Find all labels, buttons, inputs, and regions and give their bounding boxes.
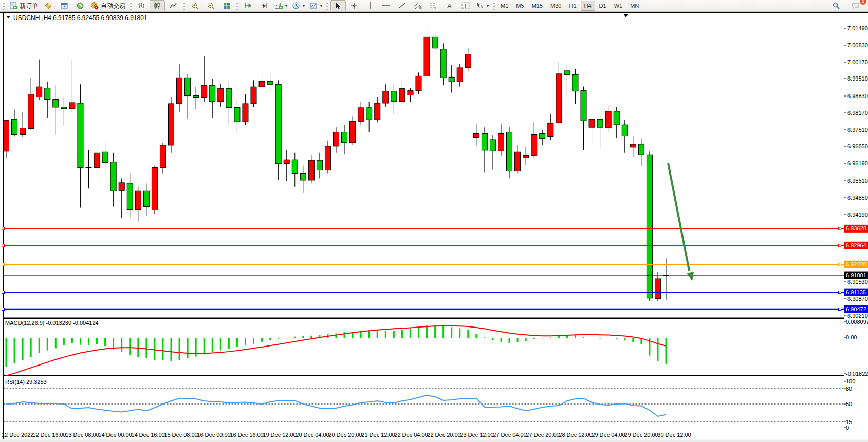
timeframe-w1[interactable]: W1: [611, 1, 626, 11]
timeframe-m15[interactable]: M15: [528, 1, 546, 11]
svg-text:A: A: [447, 2, 452, 10]
line-handle[interactable]: [839, 263, 841, 266]
new-order-icon: [9, 2, 17, 10]
time-axis-label: 20 Dec 04:00: [296, 432, 329, 438]
toolbar-grip[interactable]: [183, 2, 185, 10]
timeframe-m5[interactable]: M5: [512, 1, 527, 11]
macd-axis-label: -0.018229: [846, 371, 868, 377]
line-view-button[interactable]: [165, 0, 181, 11]
channel-icon: E: [413, 2, 422, 10]
cursor-button[interactable]: [330, 0, 346, 11]
mql5-community-button[interactable]: [72, 0, 88, 11]
svg-text:E: E: [419, 6, 422, 9]
autotrading-button[interactable]: 自动交易: [88, 0, 127, 11]
toolbar: 新订单 自动交易: [0, 0, 868, 12]
dropdown-caret: ▾: [320, 4, 322, 8]
timeframe-h4[interactable]: H4: [581, 1, 595, 11]
chart-shift-button[interactable]: [256, 0, 272, 11]
search-icon: [832, 2, 840, 10]
time-axis-label: 22 Dec 04:00: [394, 432, 428, 438]
toolbar-grip[interactable]: [236, 2, 238, 10]
notifications-button[interactable]: 1: [848, 0, 863, 11]
vertical-line-button[interactable]: [362, 0, 378, 11]
timeframe-m30[interactable]: M30: [547, 1, 565, 11]
periods-button[interactable]: ▾: [290, 0, 307, 11]
zoom-in-button[interactable]: [187, 0, 202, 11]
toolbar-grip[interactable]: [3, 2, 5, 10]
templates-icon: [309, 2, 318, 10]
price-axis-label: 6.90870: [847, 296, 868, 302]
time-axis-label: 21 Dec 12:00: [361, 432, 395, 438]
time-axis-label: 16 Dec 16:00: [230, 432, 263, 438]
time-axis-label: 27 Dec 20:00: [526, 432, 559, 438]
arrows-button[interactable]: ▾: [474, 0, 491, 11]
timeframe-h1[interactable]: H1: [565, 1, 580, 11]
line-handle[interactable]: [839, 308, 841, 311]
timeframe-m1[interactable]: M1: [497, 1, 512, 11]
price-axis-label: 6.91530: [847, 279, 868, 285]
metaeditor-button[interactable]: [41, 0, 56, 11]
price-axis-label: 7.00830: [847, 42, 868, 48]
indicators-button[interactable]: ▾: [272, 0, 289, 11]
new-order-label: 新订单: [20, 2, 38, 10]
time-axis-label: 16 Dec 00:00: [197, 432, 230, 438]
line-handle[interactable]: [2, 308, 5, 311]
status-strip: [0, 440, 868, 442]
price-axis-label: 6.90210: [847, 313, 868, 319]
horizontal-line-icon: [381, 2, 391, 10]
svg-text:T: T: [464, 3, 467, 9]
bars-view-button[interactable]: [134, 0, 149, 11]
time-axis-label: 14 Dec 16:00: [131, 432, 164, 438]
text-button[interactable]: A: [442, 0, 457, 11]
time-axis-label: 12 Dec 16:00: [32, 432, 66, 438]
toolbar-grip[interactable]: [326, 2, 328, 10]
auto-scroll-button[interactable]: [241, 0, 256, 11]
rsi-axis-label: 50: [846, 401, 852, 407]
line-handle[interactable]: [2, 244, 5, 247]
time-axis-label: 13 Dec 08:00: [65, 432, 99, 438]
text-label-button[interactable]: T: [458, 0, 473, 11]
price-axis-label: 6.95510: [847, 178, 868, 184]
equidistant-channel-button[interactable]: E: [410, 0, 426, 11]
line-handle[interactable]: [2, 263, 5, 266]
line-handle[interactable]: [839, 227, 841, 230]
chart-title: USDCNH-,H4: [13, 14, 51, 22]
candle: [152, 166, 157, 214]
line-handle[interactable]: [839, 291, 841, 294]
price-axis-label: 6.96190: [847, 160, 868, 166]
timeframe-mn[interactable]: MN: [626, 1, 642, 11]
chart-canvas[interactable]: USDCNH-,H46.91785 6.92455 6.90839 6.9180…: [0, 0, 868, 442]
fibonacci-icon: F: [429, 2, 438, 10]
current-price-tag: 6.91801: [846, 272, 866, 278]
search-button[interactable]: [828, 0, 844, 11]
crosshair-button[interactable]: [346, 0, 362, 11]
zoom-in-icon: [191, 2, 199, 10]
new-order-button[interactable]: 新订单: [7, 0, 40, 11]
price-axis-label: 6.94190: [847, 212, 868, 218]
templates-button[interactable]: ▾: [307, 0, 324, 11]
timeframe-d1[interactable]: D1: [596, 1, 610, 11]
cursor-icon: [335, 2, 342, 10]
dropdown-caret: ▾: [487, 4, 489, 8]
toolbar-grip[interactable]: [130, 2, 132, 10]
time-axis-label: 30 Dec 12:00: [657, 432, 691, 438]
trendline-button[interactable]: [394, 0, 410, 11]
chart-window-icon: [60, 2, 68, 10]
line-handle[interactable]: [2, 291, 5, 294]
bar-chart-icon: [137, 2, 145, 10]
text-icon: A: [446, 2, 453, 10]
time-axis-label: 22 Dec 20:00: [427, 432, 460, 438]
zoom-out-button[interactable]: [203, 0, 218, 11]
horizontal-line-button[interactable]: [378, 0, 394, 11]
tile-windows-button[interactable]: [219, 0, 234, 11]
chat-icon: [852, 2, 860, 10]
rsi-axis-label: 100: [846, 378, 855, 385]
candles-view-button[interactable]: [150, 0, 165, 11]
chart-window-button[interactable]: [57, 0, 72, 11]
line-handle[interactable]: [839, 244, 841, 247]
fibonacci-button[interactable]: F: [426, 0, 441, 11]
toolbar-grip[interactable]: [493, 2, 495, 10]
clock-icon: [292, 2, 300, 10]
time-axis-label: 29 Dec 20:00: [624, 432, 658, 438]
line-handle[interactable]: [2, 227, 5, 230]
